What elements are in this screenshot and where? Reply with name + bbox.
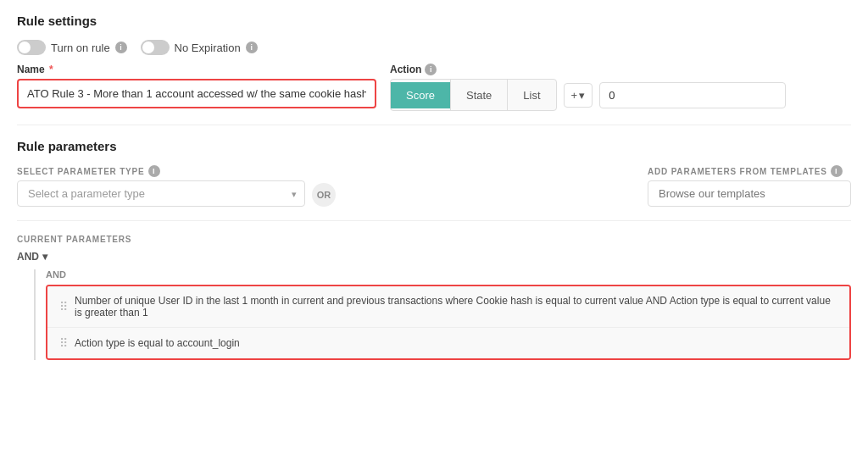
page-title: Rule settings xyxy=(17,14,851,28)
name-field-group: Name * xyxy=(17,64,376,108)
select-param-info-icon[interactable]: i xyxy=(148,165,160,177)
select-param-col: SELECT PARAMETER TYPE i Select a paramet… xyxy=(17,165,336,207)
templates-input[interactable] xyxy=(648,180,851,207)
action-buttons-group: Score State List xyxy=(390,79,557,111)
list-button[interactable]: List xyxy=(508,82,555,108)
select-wrapper: Select a parameter type ▾ OR xyxy=(17,180,336,207)
turn-on-rule-label: Turn on rule xyxy=(51,42,110,54)
plus-chevron: ▾ xyxy=(579,89,585,102)
param-item-1-text: Number of unique User ID in the last 1 m… xyxy=(75,295,837,319)
divider-1 xyxy=(17,125,851,125)
fields-row: Name * Action i Score State List xyxy=(17,64,851,111)
plus-button[interactable]: + ▾ xyxy=(564,83,593,108)
no-expiration-info-icon[interactable]: i xyxy=(246,42,258,53)
name-input[interactable] xyxy=(19,80,375,107)
and-label: AND ▾ xyxy=(17,251,851,263)
param-items-box: ⠿ Number of unique User ID in the last 1… xyxy=(46,285,851,360)
drag-icon-2[interactable]: ⠿ xyxy=(59,336,68,350)
plus-icon: + xyxy=(571,89,578,102)
param-item-2: ⠿ Action type is equal to account_login xyxy=(47,327,849,358)
action-controls: Score State List + ▾ xyxy=(390,79,786,111)
turn-on-rule-info-icon[interactable]: i xyxy=(115,42,127,53)
param-type-select[interactable]: Select a parameter type xyxy=(17,180,305,207)
state-button[interactable]: State xyxy=(451,82,507,108)
templates-col: ADD PARAMETERS FROM TEMPLATES i xyxy=(648,165,851,207)
and-nested-label: AND xyxy=(46,269,851,280)
and-nested-group: AND ⠿ Number of unique User ID in the la… xyxy=(34,269,851,360)
rule-parameters-section: Rule parameters SELECT PARAMETER TYPE i … xyxy=(17,139,851,207)
required-star: * xyxy=(47,64,53,75)
main-page: Rule settings Turn on rule i No Expirati… xyxy=(0,0,868,374)
or-badge: OR xyxy=(312,183,336,207)
templates-label: ADD PARAMETERS FROM TEMPLATES i xyxy=(648,165,851,177)
templates-info-icon[interactable]: i xyxy=(831,165,843,177)
divider-2 xyxy=(17,220,851,221)
param-type-row: SELECT PARAMETER TYPE i Select a paramet… xyxy=(17,165,851,207)
turn-on-rule-group: Turn on rule i xyxy=(17,40,127,55)
score-button[interactable]: Score xyxy=(391,82,450,108)
action-field-group: Action i Score State List + ▾ xyxy=(390,64,786,111)
no-expiration-group: No Expiration i xyxy=(141,40,258,55)
toggles-row: Turn on rule i No Expiration i xyxy=(17,40,851,55)
select-param-label: SELECT PARAMETER TYPE i xyxy=(17,165,336,177)
action-info-icon[interactable]: i xyxy=(425,64,437,75)
name-field-label: Name * xyxy=(17,64,376,75)
param-item-1: ⠿ Number of unique User ID in the last 1… xyxy=(47,286,849,327)
rule-parameters-title: Rule parameters xyxy=(17,139,851,153)
current-parameters-section: CURRENT PARAMETERS AND ▾ AND ⠿ Number of… xyxy=(17,235,851,360)
select-container: Select a parameter type ▾ xyxy=(17,180,305,207)
action-field-label: Action i xyxy=(390,64,786,75)
value-input[interactable] xyxy=(599,82,786,108)
param-item-2-text: Action type is equal to account_login xyxy=(75,337,240,349)
and-chevron-icon[interactable]: ▾ xyxy=(42,251,47,263)
turn-on-rule-toggle[interactable] xyxy=(17,40,46,55)
no-expiration-toggle[interactable] xyxy=(141,40,170,55)
name-field-wrapper xyxy=(17,79,376,108)
current-params-label: CURRENT PARAMETERS xyxy=(17,235,851,244)
drag-icon-1[interactable]: ⠿ xyxy=(59,300,68,313)
no-expiration-label: No Expiration xyxy=(175,42,241,54)
